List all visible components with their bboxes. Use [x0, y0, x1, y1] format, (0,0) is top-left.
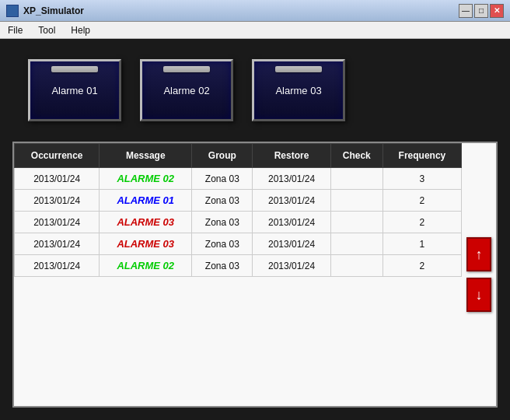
col-group: Group: [192, 144, 253, 168]
menu-help[interactable]: Help: [66, 23, 95, 37]
cell-occurrence: 2013/01/24: [15, 190, 100, 212]
col-frequency: Frequency: [382, 144, 461, 168]
table-row[interactable]: 2013/01/24 ALARME 03 Zona 03 2013/01/24 …: [15, 233, 462, 255]
title-bar-controls: — □ ✕: [459, 4, 504, 18]
cell-check: [330, 190, 382, 212]
main-area: Alarme 01 Alarme 02 Alarme 03 Occurrence…: [0, 39, 510, 420]
col-check: Check: [330, 144, 382, 168]
table-row[interactable]: 2013/01/24 ALARME 01 Zona 03 2013/01/24 …: [15, 190, 462, 212]
cell-restore: 2013/01/24: [253, 168, 330, 190]
cell-group: Zona 03: [192, 168, 253, 190]
table-scroll: Occurrence Message Group Restore Check F…: [14, 143, 462, 406]
table-row[interactable]: 2013/01/24 ALARME 02 Zona 03 2013/01/24 …: [15, 168, 462, 190]
cell-restore: 2013/01/24: [253, 190, 330, 212]
cell-message: ALARME 01: [100, 190, 192, 212]
cell-occurrence: 2013/01/24: [15, 168, 100, 190]
table-row[interactable]: 2013/01/24 ALARME 03 Zona 03 2013/01/24 …: [15, 212, 462, 233]
cell-occurrence: 2013/01/24: [15, 255, 100, 277]
scroll-down-button[interactable]: ↓: [466, 278, 491, 312]
cell-occurrence: 2013/01/24: [15, 212, 100, 233]
title-bar-text: XP_Simulator: [23, 5, 84, 16]
menu-tool[interactable]: Tool: [33, 23, 60, 37]
cell-message: ALARME 03: [100, 212, 192, 233]
col-restore: Restore: [253, 144, 330, 168]
maximize-button[interactable]: □: [474, 4, 488, 18]
close-button[interactable]: ✕: [490, 4, 504, 18]
cell-message: ALARME 02: [100, 255, 192, 277]
col-message: Message: [100, 144, 192, 168]
cell-group: Zona 03: [192, 255, 253, 277]
alarm-button-2[interactable]: Alarme 02: [140, 59, 233, 121]
cell-restore: 2013/01/24: [253, 212, 330, 233]
cell-occurrence: 2013/01/24: [15, 233, 100, 255]
alarm-table: Occurrence Message Group Restore Check F…: [14, 143, 462, 277]
scroll-buttons: ↑ ↓: [462, 143, 496, 406]
cell-frequency: 1: [382, 233, 461, 255]
alarm-button-3[interactable]: Alarme 03: [252, 59, 345, 121]
alarm-row: Alarme 01 Alarme 02 Alarme 03: [12, 51, 498, 129]
cell-group: Zona 03: [192, 233, 253, 255]
cell-group: Zona 03: [192, 212, 253, 233]
scroll-up-button[interactable]: ↑: [466, 237, 491, 271]
title-bar: XP_Simulator — □ ✕: [0, 0, 510, 22]
cell-check: [330, 233, 382, 255]
cell-frequency: 2: [382, 190, 461, 212]
col-occurrence: Occurrence: [15, 144, 100, 168]
menu-file[interactable]: File: [3, 23, 27, 37]
cell-group: Zona 03: [192, 190, 253, 212]
cell-message: ALARME 02: [100, 168, 192, 190]
cell-check: [330, 168, 382, 190]
cell-check: [330, 212, 382, 233]
cell-frequency: 2: [382, 212, 461, 233]
table-row[interactable]: 2013/01/24 ALARME 02 Zona 03 2013/01/24 …: [15, 255, 462, 277]
cell-message: ALARME 03: [100, 233, 192, 255]
cell-check: [330, 255, 382, 277]
cell-restore: 2013/01/24: [253, 255, 330, 277]
cell-frequency: 3: [382, 168, 461, 190]
menu-bar: File Tool Help: [0, 22, 510, 39]
minimize-button[interactable]: —: [459, 4, 473, 18]
cell-restore: 2013/01/24: [253, 233, 330, 255]
table-container: Occurrence Message Group Restore Check F…: [12, 142, 498, 408]
alarm-button-1[interactable]: Alarme 01: [28, 59, 121, 121]
app-icon: [6, 5, 19, 17]
cell-frequency: 2: [382, 255, 461, 277]
